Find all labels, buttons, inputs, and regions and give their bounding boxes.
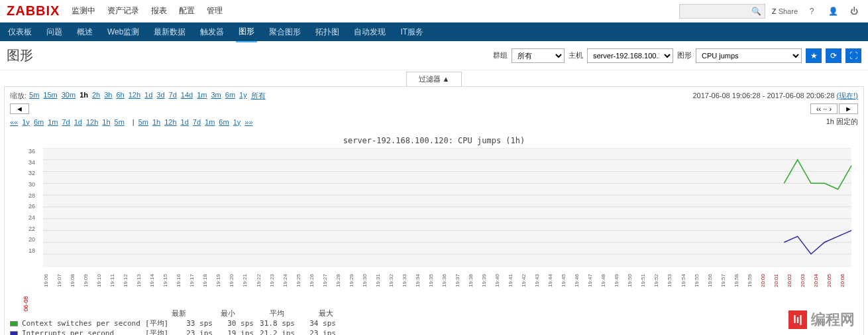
now-link[interactable]: (现在!) bbox=[837, 92, 858, 100]
shift-link[interactable]: 1h bbox=[102, 118, 110, 126]
shift-link[interactable]: 7d bbox=[193, 118, 201, 126]
zoom-link[interactable]: 2h bbox=[92, 91, 100, 101]
zoom-link[interactable]: 3m bbox=[211, 91, 221, 101]
zoom-link[interactable]: 1y bbox=[239, 91, 247, 101]
graph-panel: 缩放: 5m15m30m1h2h3h6h12h1d3d7d14d1m3m6m1y… bbox=[4, 86, 864, 335]
shift-link[interactable]: 1d bbox=[181, 118, 189, 126]
fullscreen-button[interactable]: ⛶ bbox=[845, 48, 861, 63]
legend-row: Context switches per second[平均]33 sps30 … bbox=[10, 318, 858, 328]
subnav-item[interactable]: 图形 bbox=[236, 22, 257, 42]
fixed-label: 1h 固定的 bbox=[826, 117, 858, 127]
shift-link[interactable]: 5m bbox=[138, 118, 148, 126]
logo: ZABBIX bbox=[7, 3, 60, 19]
subnav-item[interactable]: Web监测 bbox=[105, 23, 142, 42]
shift-link[interactable]: 1d bbox=[74, 118, 82, 126]
subnav-item[interactable]: 仪表板 bbox=[5, 23, 34, 42]
zoom-link[interactable]: 1m bbox=[197, 91, 207, 101]
host-label: 主机 bbox=[569, 50, 583, 60]
subnav-item[interactable]: 聚合图形 bbox=[266, 23, 303, 42]
nav-dots-button[interactable]: ‹‹ ·· › bbox=[810, 103, 838, 114]
zoom-link[interactable]: 30m bbox=[62, 91, 76, 101]
time-range: 2017-06-08 19:06:28 - 2017-06-08 20:06:2… bbox=[692, 91, 858, 101]
subnav-item[interactable]: 问题 bbox=[44, 23, 65, 42]
graph-select[interactable]: CPU jumps bbox=[696, 48, 802, 63]
legend: 最新最小平均最大 Context switches per second[平均]… bbox=[10, 308, 858, 335]
shift-link[interactable]: 1y bbox=[233, 118, 241, 126]
shift-link[interactable]: 1h bbox=[152, 118, 160, 126]
shift-link[interactable]: 1m bbox=[205, 118, 215, 126]
topnav-item[interactable]: 管理 bbox=[207, 5, 223, 17]
shift-link[interactable]: 6m bbox=[219, 118, 229, 126]
topnav-item[interactable]: 资产记录 bbox=[107, 5, 139, 17]
page-title: 图形 bbox=[7, 46, 493, 64]
chart-svg bbox=[43, 148, 851, 267]
zoom-link[interactable]: 14d bbox=[181, 91, 193, 101]
zoom-link[interactable]: 12h bbox=[129, 91, 140, 101]
filter-bar: 群组 所有 主机 server-192.168.100.120 图形 CPU j… bbox=[493, 48, 861, 63]
group-label: 群组 bbox=[493, 50, 508, 60]
zoom-link[interactable]: 所有 bbox=[251, 91, 266, 101]
watermark: lı|编程网 bbox=[788, 310, 855, 330]
zoom-link[interactable]: 3d bbox=[156, 91, 164, 101]
zoom-link[interactable]: 5m bbox=[29, 91, 39, 101]
subnav-item[interactable]: IT服务 bbox=[398, 23, 426, 42]
zoom-link[interactable]: 1h bbox=[80, 91, 88, 101]
zoom-label: 缩放: bbox=[10, 91, 27, 101]
page-header: 图形 群组 所有 主机 server-192.168.100.120 图形 CP… bbox=[0, 41, 868, 70]
logout-icon[interactable]: ⏻ bbox=[847, 4, 861, 19]
y-axis: 36343230282624222018 bbox=[28, 148, 35, 254]
group-select[interactable]: 所有 bbox=[512, 48, 565, 63]
x-axis: 19:0619:0719:0819:0919:1019:1119:1219:13… bbox=[43, 269, 851, 289]
zoom-link[interactable]: 6m bbox=[225, 91, 235, 101]
legend-row: Interrupts per second[平均]23 ips19 ips21.… bbox=[10, 328, 858, 335]
shift-link[interactable]: 12h bbox=[86, 118, 98, 126]
shift-left-links: ««1y6m1m7d1d12h1h5m bbox=[10, 118, 129, 126]
shift-link[interactable]: «« bbox=[10, 118, 18, 126]
shift-link[interactable]: 1m bbox=[48, 118, 58, 126]
nav-next-button[interactable]: ► bbox=[839, 103, 858, 114]
nav-prev-button[interactable]: ◄ bbox=[10, 103, 29, 114]
zoom-link[interactable]: 15m bbox=[43, 91, 57, 101]
host-select[interactable]: server-192.168.100.120 bbox=[587, 48, 673, 63]
shift-link[interactable]: 7d bbox=[62, 118, 70, 126]
topbar: ZABBIX 监测中资产记录报表配置管理 🔍 Z Share ? 👤 ⏻ bbox=[0, 0, 868, 23]
share-button[interactable]: Z Share bbox=[772, 7, 798, 15]
topnav-item[interactable]: 配置 bbox=[179, 5, 195, 17]
shift-link[interactable]: 12h bbox=[164, 118, 176, 126]
refresh-button[interactable]: ⟳ bbox=[826, 48, 841, 63]
topnav: 监测中资产记录报表配置管理 bbox=[72, 5, 678, 17]
help-icon[interactable]: ? bbox=[804, 4, 819, 19]
shift-link[interactable]: »» bbox=[244, 118, 252, 126]
search-icon: 🔍 bbox=[751, 7, 761, 16]
zoom-link[interactable]: 1d bbox=[144, 91, 152, 101]
chart-title: server-192.168.100.120: CPU jumps (1h) bbox=[10, 136, 858, 145]
x-date-start: 06-08 bbox=[23, 296, 29, 311]
graph-label: 图形 bbox=[677, 50, 692, 60]
subnav-item[interactable]: 自动发现 bbox=[351, 23, 388, 42]
zoom-links: 5m15m30m1h2h3h6h12h1d3d7d14d1m3m6m1y所有 bbox=[29, 91, 266, 101]
topnav-item[interactable]: 报表 bbox=[151, 5, 167, 17]
shift-link[interactable]: 5m bbox=[115, 118, 125, 126]
shift-link[interactable]: 1y bbox=[22, 118, 30, 126]
user-icon[interactable]: 👤 bbox=[826, 4, 840, 19]
zoom-link[interactable]: 6h bbox=[117, 91, 125, 101]
shift-link[interactable]: 6m bbox=[34, 118, 44, 126]
search-input[interactable]: 🔍 bbox=[679, 4, 765, 19]
topnav-item[interactable]: 监测中 bbox=[72, 5, 95, 17]
zoom-link[interactable]: 3h bbox=[104, 91, 112, 101]
filter-toggle[interactable]: 过滤器 ▲ bbox=[406, 72, 462, 86]
subnav-item[interactable]: 拓扑图 bbox=[313, 23, 342, 42]
subnav-item[interactable]: 最新数据 bbox=[151, 23, 188, 42]
zoom-link[interactable]: 7d bbox=[169, 91, 177, 101]
subnav-item[interactable]: 触发器 bbox=[197, 23, 227, 42]
subnav-item[interactable]: 概述 bbox=[74, 23, 95, 42]
subnav: 仪表板问题概述Web监测最新数据触发器图形聚合图形拓扑图自动发现IT服务 bbox=[0, 23, 868, 41]
shift-right-links: 5m1h12h1d7d1m6m1y»» bbox=[138, 118, 257, 126]
favorite-button[interactable]: ★ bbox=[806, 48, 822, 63]
chart-area: 36343230282624222018 06-08 19:0619:0719:… bbox=[43, 148, 851, 289]
